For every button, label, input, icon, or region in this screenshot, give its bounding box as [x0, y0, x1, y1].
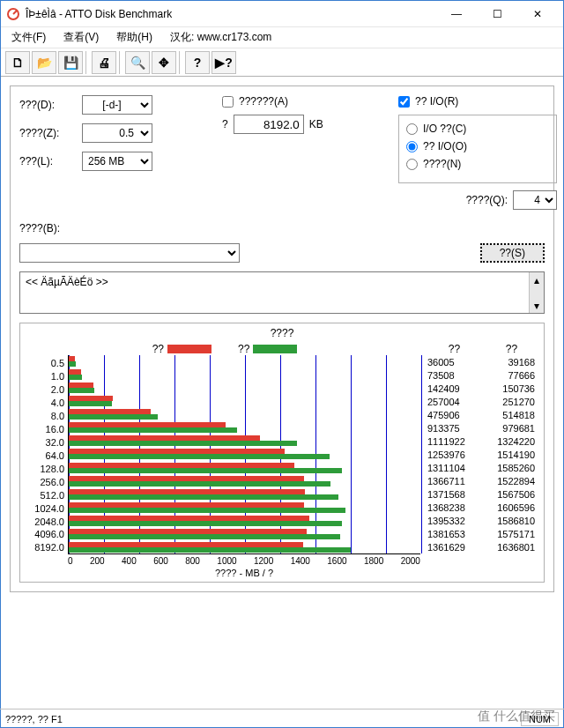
io-radio-3[interactable]	[406, 159, 418, 170]
direct-checkbox-label: ??????(A)	[239, 95, 288, 108]
minimize-button[interactable]: —	[436, 1, 477, 27]
overlapped-io-checkbox[interactable]	[398, 96, 410, 108]
menubar: 文件(F) 查看(V) 帮助(H) 汉化: www.cr173.com	[1, 27, 563, 48]
queue-select[interactable]: 4	[513, 190, 557, 210]
io-radio-1[interactable]	[406, 123, 418, 135]
num-header-read: ??	[506, 343, 517, 355]
menu-view[interactable]: 查看(V)	[60, 28, 102, 47]
chart-plot	[68, 355, 420, 554]
direct-checkbox[interactable]	[222, 96, 234, 108]
length-select[interactable]: 256 MB	[82, 152, 152, 171]
overlapped-io-label: ?? I/O(R)	[415, 95, 458, 108]
size-unit: KB	[309, 118, 323, 130]
size-max-field[interactable]	[234, 115, 304, 134]
scroll-down-icon[interactable]: ▾	[530, 298, 544, 313]
io-radio-1-label: I/O ??(C)	[423, 123, 466, 135]
close-button[interactable]: ✕	[517, 1, 558, 27]
chart-numbers: 3600539168735087766614240915073625700425…	[420, 355, 535, 554]
chart-x-label: ???? - MB / ?	[68, 568, 420, 578]
log-text: << ÄãµÃÄèÉö >>	[26, 276, 108, 288]
menu-help[interactable]: 帮助(H)	[113, 28, 156, 47]
desc-label: ????(B):	[19, 222, 60, 234]
new-icon[interactable]: 🗋	[5, 51, 30, 74]
titlebar: ÎÞ±êÌâ - ATTO Disk Benchmark — ☐ ✕	[1, 1, 563, 27]
log-scrollbar[interactable]: ▴ ▾	[529, 272, 544, 313]
desc-select[interactable]	[19, 243, 240, 263]
io-groupbox: I/O ??(C) ?? I/O(O) ????(N)	[398, 115, 557, 183]
chart-title: ????	[24, 327, 540, 339]
io-radio-2-label: ?? I/O(O)	[423, 140, 467, 152]
legend-write: ??	[152, 343, 212, 355]
log-box: << ÄãµÃÄèÉö >> ▴ ▾	[19, 271, 545, 314]
context-help-icon[interactable]: ▶?	[212, 51, 236, 74]
num-header-write: ??	[449, 343, 460, 355]
io-radio-3-label: ????(N)	[423, 158, 461, 170]
help-icon[interactable]: ?	[185, 51, 210, 74]
queue-label: ????(Q):	[466, 194, 508, 206]
chart-x-axis: 0200400600800100012001400160018002000	[68, 556, 420, 566]
size-label: ????(Z):	[19, 127, 77, 139]
save-icon[interactable]: 💾	[58, 51, 83, 74]
size-sep: ?	[222, 118, 228, 130]
open-icon[interactable]: 📂	[32, 51, 56, 74]
size-min-select[interactable]: 0.5	[82, 123, 152, 143]
start-icon[interactable]: ✥	[152, 51, 176, 74]
statusbar: ?????, ?? F1 NUM	[0, 709, 564, 728]
scroll-up-icon[interactable]: ▴	[530, 272, 544, 287]
status-hint: ?????, ?? F1	[5, 714, 63, 724]
drive-label: ???(D):	[19, 99, 77, 111]
menu-file[interactable]: 文件(F)	[8, 28, 49, 47]
config-panel: ???(D): [-d-] ????(Z): 0.5 ???(L): 256 M…	[10, 85, 554, 592]
menu-credit: 汉化: www.cr173.com	[170, 30, 271, 45]
svg-line-1	[13, 11, 17, 14]
drive-select[interactable]: [-d-]	[82, 95, 152, 115]
length-label: ???(L):	[19, 155, 77, 167]
preview-icon[interactable]: 🔍	[125, 51, 150, 74]
chart-box: ???? ?? ?? ?? ?? 0.51.02.04.08.016.032.0…	[19, 323, 545, 583]
io-radio-2[interactable]	[406, 141, 418, 152]
chart-y-labels: 0.51.02.04.08.016.032.064.0128.0256.0512…	[24, 355, 68, 554]
maximize-button[interactable]: ☐	[477, 1, 517, 27]
print-icon[interactable]: 🖨	[92, 51, 116, 74]
run-button[interactable]: ??(S)	[480, 243, 545, 263]
legend-read: ??	[238, 343, 297, 355]
window-title: ÎÞ±êÌâ - ATTO Disk Benchmark	[26, 8, 436, 20]
toolbar: 🗋 📂 💾 🖨 🔍 ✥ ? ▶?	[1, 48, 563, 77]
status-num: NUM	[521, 712, 559, 726]
app-icon	[6, 7, 20, 21]
